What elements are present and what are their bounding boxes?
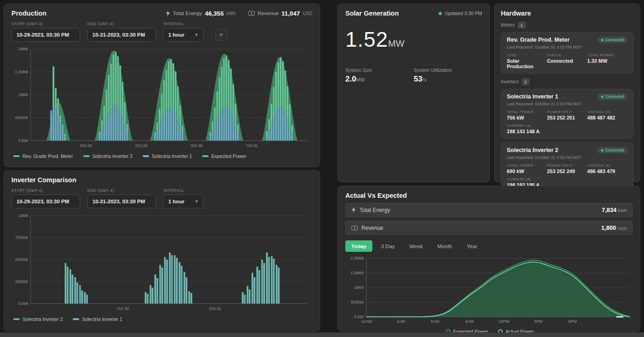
end-date-input[interactable] xyxy=(87,28,156,42)
right-column: Solar Generation Updated 3:30 PM 1.52MW … xyxy=(338,4,640,337)
timeframe-tabs: Today 3 Day Week Month Year xyxy=(345,240,633,252)
status-dot-icon xyxy=(601,149,603,152)
inverters-count-badge: 2 xyxy=(522,78,529,85)
inverter-voltage-field: Voltage (V) 486 483 479 xyxy=(587,163,628,174)
system-utilization-value: 53 xyxy=(414,75,423,83)
svg-text:1MW: 1MW xyxy=(354,285,364,290)
inverter-comparison-chart: 1MW750kW500kW250kW0 kWOct 30Oct 31 xyxy=(11,212,312,315)
legend-item[interactable]: Solectria Inverter 2 xyxy=(83,153,133,159)
solar-generation-panel: Solar Generation Updated 3:30 PM 1.52MW … xyxy=(338,4,490,182)
series-swatch xyxy=(73,318,79,320)
start-date-input[interactable] xyxy=(11,28,80,42)
svg-text:1.5MW: 1.5MW xyxy=(350,271,364,275)
inverter-split-field: Power Split 253 252 249 xyxy=(547,163,587,174)
meters-label: Meters xyxy=(501,22,515,27)
tab-week[interactable]: Week xyxy=(403,240,429,252)
inverter-card-1: Solectria Inverter 1 Connected Last Repo… xyxy=(501,89,633,139)
interval-label: INTERVAL xyxy=(163,188,204,193)
svg-text:0 kW: 0 kW xyxy=(354,315,364,319)
svg-text:500kW: 500kW xyxy=(351,300,364,304)
ae-energy-label: Total Energy xyxy=(360,207,390,213)
system-size-unit: MW xyxy=(356,77,365,82)
interval-value: 1 hour xyxy=(168,199,184,204)
svg-text:Oct 28: Oct 28 xyxy=(80,143,92,148)
revenue-value: 11,047 xyxy=(281,10,300,17)
meter-last-reported: Last Reported: October 31 3:33 PM MST xyxy=(507,45,628,49)
svg-text:9AM: 9AM xyxy=(465,319,474,324)
lightning-icon xyxy=(351,207,356,213)
ae-energy-unit: kWh xyxy=(618,208,627,213)
svg-text:Oct 31: Oct 31 xyxy=(209,306,221,311)
inverter-last-reported: Last Reported: October 31 3:33 PM MST xyxy=(507,155,628,160)
revenue-row: $ Revenue 1,800USD xyxy=(345,221,633,235)
production-panel: Production Total Energy 46,355 kWh $ Rev… xyxy=(4,4,320,167)
inverters-label: Inverters xyxy=(501,79,519,84)
svg-text:750kW: 750kW xyxy=(15,235,28,240)
svg-text:250kW: 250kW xyxy=(15,279,28,284)
actual-vs-expected-panel: Actual Vs Expected Total Energy 7,834kWh… xyxy=(338,186,640,332)
legend-item[interactable]: Expected Power xyxy=(202,153,246,159)
meter-power-field: Total Power 1.33 MW xyxy=(587,53,628,69)
connected-badge: Connected xyxy=(597,37,628,43)
connected-badge: Connected xyxy=(597,147,628,153)
series-swatch xyxy=(202,155,209,157)
svg-text:3AM: 3AM xyxy=(397,319,405,324)
meter-type-field: Type Solar Production xyxy=(507,53,547,69)
svg-text:2MW: 2MW xyxy=(18,47,28,51)
ae-revenue-value: 1,800 xyxy=(601,224,616,231)
system-utilization: System Utilization 53% xyxy=(414,67,483,84)
total-energy-unit: kWh xyxy=(226,11,236,16)
updated-text: Updated 3:30 PM xyxy=(445,11,482,16)
svg-text:2.0MW: 2.0MW xyxy=(350,256,364,261)
inverter-current-field: Current (A) 198 143 148 A xyxy=(507,124,547,134)
production-stats: Total Energy 46,355 kWh $ Revenue 11,047… xyxy=(166,10,312,17)
system-size-label: System Size xyxy=(345,67,414,73)
interval-select[interactable]: 1 hour ▼ xyxy=(163,28,204,42)
legend-item[interactable]: Rev. Grade Prod. Meter xyxy=(13,153,73,159)
svg-text:Oct 30: Oct 30 xyxy=(191,143,203,148)
inverter-card-2: Solectria Inverter 2 Connected Last Repo… xyxy=(501,142,633,192)
total-energy-label: Total Energy xyxy=(173,11,202,16)
ae-energy-value: 7,834 xyxy=(601,207,617,213)
end-date-input[interactable] xyxy=(87,195,156,208)
legend-item[interactable]: Solectria Inverter 1 xyxy=(73,316,122,322)
end-date-label: END (GMT-4) xyxy=(87,188,156,193)
actual-vs-expected-title: Actual Vs Expected xyxy=(345,192,633,199)
chevron-down-icon: ▼ xyxy=(194,33,199,37)
series-swatch xyxy=(13,318,20,320)
svg-text:12PM: 12PM xyxy=(499,319,510,324)
svg-text:0 kW: 0 kW xyxy=(18,301,28,306)
revenue-label: Revenue xyxy=(258,11,279,16)
start-date-label: START (GMT-4) xyxy=(11,188,80,193)
lightning-icon xyxy=(166,11,170,16)
solar-generation-title: Solar Generation xyxy=(345,10,399,17)
inverter-power-field: Total Power 690 kW xyxy=(507,163,547,174)
series-swatch xyxy=(83,155,90,157)
inverter-comparison-panel: Inverter Comparison START (GMT-4) END (G… xyxy=(4,170,320,332)
start-date-input[interactable] xyxy=(11,195,80,208)
actual-vs-expected-chart: 2.0MW1.5MW1MW500kW0 kW12AM3AM6AM9AM12PM3… xyxy=(345,255,633,327)
tab-year[interactable]: Year xyxy=(461,240,483,252)
legend-item[interactable]: Solectria Inverter 1 xyxy=(143,153,192,159)
current-power-value: 1.52 xyxy=(345,27,388,51)
refresh-button[interactable]: ⟳ xyxy=(215,29,227,41)
svg-text:Oct 30: Oct 30 xyxy=(117,306,129,311)
series-swatch xyxy=(143,155,149,157)
tab-today[interactable]: Today xyxy=(345,240,372,252)
ae-revenue-unit: USD xyxy=(617,226,627,231)
end-date-label: END (GMT-4) xyxy=(87,22,156,26)
tab-month[interactable]: Month xyxy=(431,240,458,252)
svg-text:1MW: 1MW xyxy=(18,213,28,218)
interval-select[interactable]: 1 hour ▼ xyxy=(163,195,204,208)
system-utilization-unit: % xyxy=(422,77,426,82)
tab-3day[interactable]: 3 Day xyxy=(375,240,401,252)
banknote-icon: $ xyxy=(351,226,358,230)
horizontal-scrollbar[interactable] xyxy=(0,332,644,337)
system-size-value: 2.0 xyxy=(345,75,356,83)
hardware-title: Hardware xyxy=(501,10,633,17)
production-legend: Rev. Grade Prod. Meter Solectria Inverte… xyxy=(11,153,312,159)
total-energy-value: 46,355 xyxy=(205,10,224,17)
comparison-legend: Solectria Inverter 2 Solectria Inverter … xyxy=(11,316,312,322)
legend-item[interactable]: Solectria Inverter 2 xyxy=(13,316,63,322)
total-energy-stat: Total Energy 46,355 kWh xyxy=(166,10,236,17)
